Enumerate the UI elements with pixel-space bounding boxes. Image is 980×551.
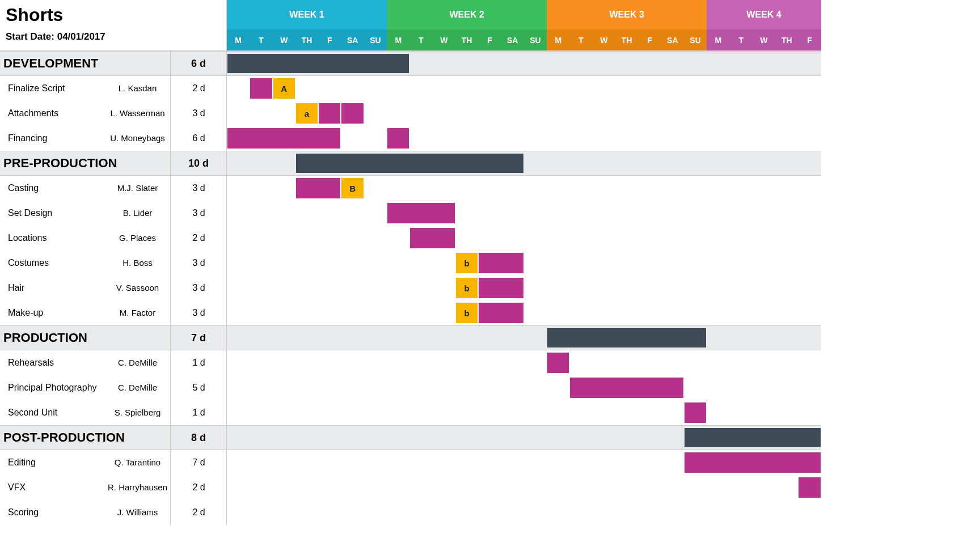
day-header: TH xyxy=(615,29,638,51)
milestone-marker: A xyxy=(273,78,295,99)
phase-name: PRE-PRODUCTION xyxy=(0,151,170,175)
task-owner: R. Harryhausen xyxy=(105,475,170,500)
task-owner: M.J. Slater xyxy=(105,176,170,201)
milestone-marker: b xyxy=(456,303,478,323)
task-bar xyxy=(387,128,409,149)
phase-bar-row xyxy=(227,325,821,350)
task-duration: 1 d xyxy=(170,350,227,375)
day-header: SA xyxy=(341,29,364,51)
task-row: CostumesH. Boss3 d xyxy=(0,251,227,276)
phase-name: DEVELOPMENT xyxy=(0,52,170,75)
milestone-marker: b xyxy=(456,253,478,273)
task-owner: J. Williams xyxy=(105,500,170,525)
task-owner: S. Spielberg xyxy=(105,400,170,425)
task-bar-row xyxy=(227,400,821,425)
day-header: F xyxy=(638,29,661,51)
task-owner: U. Moneybags xyxy=(105,126,170,151)
day-header: T xyxy=(730,29,753,51)
task-owner: L. Kasdan xyxy=(105,76,170,101)
phase-duration: 8 d xyxy=(170,426,227,450)
task-bar-row: b xyxy=(227,300,821,325)
task-name: Costumes xyxy=(0,251,105,276)
task-row: AttachmentsL. Wasserman3 d xyxy=(0,101,227,126)
task-name: Set Design xyxy=(0,201,105,226)
week-header: WEEK 2 xyxy=(387,0,547,29)
day-header: SU xyxy=(364,29,387,51)
task-name: Financing xyxy=(0,126,105,151)
task-bar-row: a xyxy=(227,101,821,126)
task-row: Make-upM. Factor3 d xyxy=(0,300,227,325)
task-name: Rehearsals xyxy=(0,350,105,375)
phase-duration: 10 d xyxy=(170,151,227,175)
project-title: Shorts xyxy=(6,5,221,26)
task-bar xyxy=(387,203,455,223)
day-header: SU xyxy=(524,29,547,51)
task-duration: 3 d xyxy=(170,176,227,201)
milestone-marker: b xyxy=(456,278,478,298)
task-bar xyxy=(410,228,455,248)
task-name: Hair xyxy=(0,276,105,300)
task-owner: V. Sassoon xyxy=(105,276,170,300)
phase-bar xyxy=(296,154,523,173)
day-header: SA xyxy=(661,29,684,51)
day-header: TH xyxy=(455,29,478,51)
task-bar xyxy=(319,103,340,124)
task-bar xyxy=(341,103,363,124)
day-header: F xyxy=(318,29,341,51)
day-header: W xyxy=(593,29,615,51)
task-row: LocationsG. Places2 d xyxy=(0,226,227,251)
task-bar-row xyxy=(227,475,821,500)
phase-name: POST-PRODUCTION xyxy=(0,426,170,450)
day-header: M xyxy=(707,29,729,51)
task-bar xyxy=(685,402,706,423)
phase-row: DEVELOPMENT6 d xyxy=(0,51,227,76)
task-owner: L. Wasserman xyxy=(105,101,170,126)
day-header: T xyxy=(409,29,432,51)
task-owner: B. Lider xyxy=(105,201,170,226)
day-header: TH xyxy=(295,29,318,51)
task-bar xyxy=(799,477,820,498)
day-header: M xyxy=(547,29,569,51)
task-row: Set DesignB. Lider3 d xyxy=(0,201,227,226)
task-bar-row xyxy=(227,450,821,475)
phase-row: PRODUCTION7 d xyxy=(0,325,227,350)
week-header: WEEK 3 xyxy=(547,0,707,29)
task-bar-row xyxy=(227,126,821,151)
task-bar xyxy=(479,303,523,323)
task-name: Editing xyxy=(0,450,105,475)
task-name: Casting xyxy=(0,176,105,201)
day-header: W xyxy=(273,29,295,51)
day-header: SU xyxy=(684,29,707,51)
phase-bar xyxy=(547,328,706,347)
task-row: CastingM.J. Slater3 d xyxy=(0,176,227,201)
task-bar xyxy=(296,178,341,198)
task-duration: 2 d xyxy=(170,226,227,251)
task-bar-row: b xyxy=(227,276,821,300)
task-name: Finalize Script xyxy=(0,76,105,101)
task-bar-row xyxy=(227,500,821,525)
week-header: WEEK 1 xyxy=(227,0,387,29)
task-row: RehearsalsC. DeMille1 d xyxy=(0,350,227,375)
task-bar xyxy=(479,253,523,273)
task-bar xyxy=(570,378,683,398)
task-duration: 2 d xyxy=(170,475,227,500)
day-header: F xyxy=(798,29,821,51)
task-owner: C. DeMille xyxy=(105,350,170,375)
phase-row: POST-PRODUCTION8 d xyxy=(0,425,227,450)
task-bar xyxy=(685,452,821,473)
task-bar xyxy=(547,353,569,373)
day-header: W xyxy=(753,29,775,51)
task-name: Make-up xyxy=(0,300,105,325)
phase-row: PRE-PRODUCTION10 d xyxy=(0,151,227,176)
phase-name: PRODUCTION xyxy=(0,326,170,350)
task-row: Finalize ScriptL. Kasdan2 d xyxy=(0,76,227,101)
day-header: M xyxy=(227,29,250,51)
task-duration: 2 d xyxy=(170,76,227,101)
task-row: VFXR. Harryhausen2 d xyxy=(0,475,227,500)
task-owner: C. DeMille xyxy=(105,375,170,400)
title-block: ShortsStart Date: 04/01/2017 xyxy=(0,0,227,51)
task-owner: H. Boss xyxy=(105,251,170,276)
task-bar-row xyxy=(227,201,821,226)
task-duration: 5 d xyxy=(170,375,227,400)
task-duration: 3 d xyxy=(170,300,227,325)
